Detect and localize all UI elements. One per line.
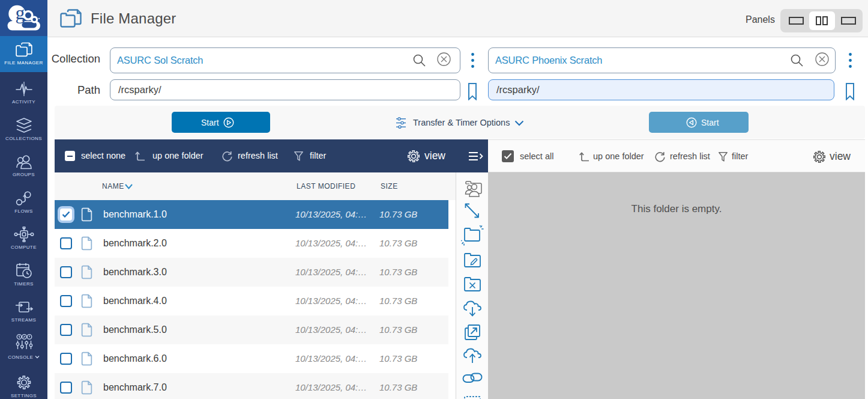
svg-text:g: g bbox=[16, 2, 25, 23]
